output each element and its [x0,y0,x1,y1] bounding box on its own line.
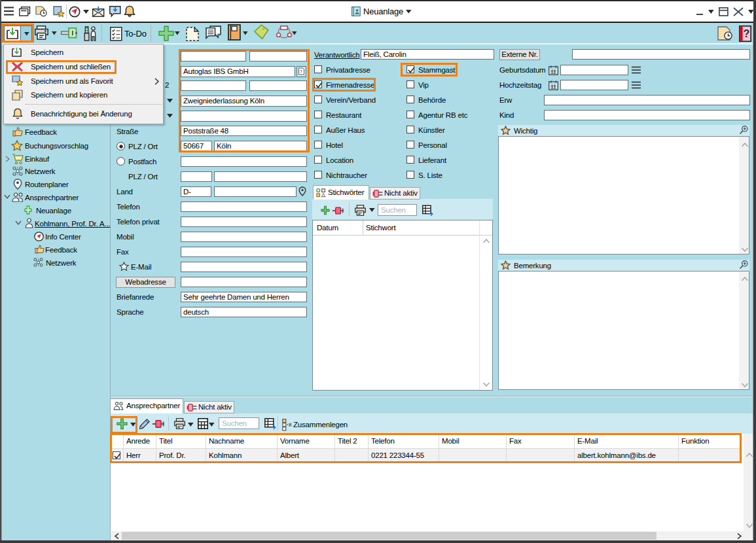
svg-text:?: ? [744,28,750,39]
